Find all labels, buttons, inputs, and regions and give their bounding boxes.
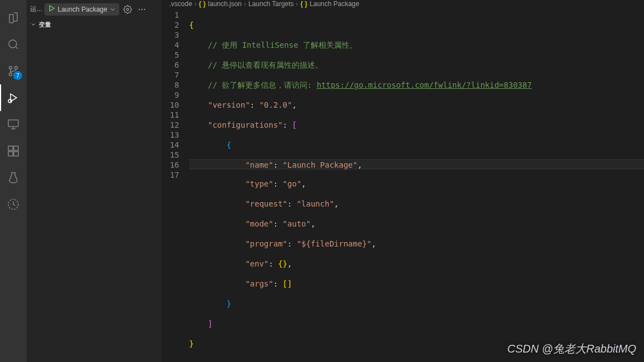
svg-point-11 — [126, 8, 129, 11]
line-gutter: 1234567891011121314151617 — [161, 8, 189, 362]
svg-rect-9 — [14, 152, 18, 156]
gear-icon[interactable] — [121, 3, 134, 16]
svg-rect-8 — [8, 152, 13, 156]
launch-config-name: Launch Package — [58, 6, 107, 13]
watermark: CSDN @兔老大RabbitMQ — [507, 341, 636, 356]
svg-rect-6 — [8, 146, 13, 150]
launch-config-selector[interactable]: Launch Package — [44, 3, 119, 16]
breadcrumb-folder[interactable]: .vscode — [169, 0, 192, 8]
chevron-right-icon: › — [194, 0, 196, 8]
svg-rect-7 — [14, 146, 18, 150]
variables-panel — [27, 31, 161, 362]
breadcrumb-section[interactable]: Launch Targets — [249, 0, 294, 8]
svg-point-0 — [9, 40, 17, 48]
variables-title: 变量 — [39, 21, 51, 29]
svg-point-3 — [9, 73, 12, 76]
history-icon[interactable] — [0, 191, 27, 218]
activity-bar: 7 — [0, 0, 27, 362]
svg-point-2 — [9, 67, 12, 69]
explorer-icon[interactable] — [0, 4, 27, 31]
breadcrumb-item[interactable]: Launch Package — [310, 0, 359, 8]
json-file-icon: { } — [199, 0, 206, 8]
toolbar-label: 运... — [30, 4, 42, 14]
editor-group: GOmain.go1 GOdemo.impl.go1 { }launch.jso… — [161, 0, 644, 362]
chevron-right-icon: › — [244, 0, 246, 8]
search-icon[interactable] — [0, 31, 27, 58]
run-debug-icon[interactable] — [0, 84, 27, 111]
extensions-icon[interactable] — [0, 138, 27, 164]
variables-section-header[interactable]: 变量 — [27, 18, 161, 31]
chevron-down-icon — [109, 6, 116, 13]
source-control-icon[interactable]: 7 — [0, 58, 27, 84]
svg-point-13 — [141, 9, 143, 10]
json-object-icon: { } — [301, 0, 308, 8]
play-icon — [48, 4, 55, 14]
breadcrumb-file[interactable]: launch.json — [208, 0, 242, 8]
breadcrumb[interactable]: .vscode › { } launch.json › Launch Targe… — [161, 0, 644, 8]
debug-toolbar: 运... Launch Package — [27, 0, 161, 18]
svg-point-14 — [144, 9, 145, 10]
testing-icon[interactable] — [0, 164, 27, 191]
remote-explorer-icon[interactable] — [0, 111, 27, 138]
svg-point-1 — [15, 67, 18, 69]
chevron-right-icon: › — [296, 0, 298, 8]
code-editor[interactable]: 1234567891011121314151617 { // 使用 Intell… — [161, 8, 644, 362]
more-icon[interactable] — [136, 3, 148, 16]
debug-sidebar: 运... Launch Package 变量 — [27, 0, 161, 362]
scm-badge: 7 — [13, 71, 22, 80]
svg-point-12 — [139, 9, 140, 10]
svg-rect-5 — [8, 120, 18, 127]
chevron-down-icon — [30, 21, 37, 28]
code-content[interactable]: { // 使用 IntelliSense 了解相关属性。 // 悬停以查看现有属… — [189, 8, 644, 362]
